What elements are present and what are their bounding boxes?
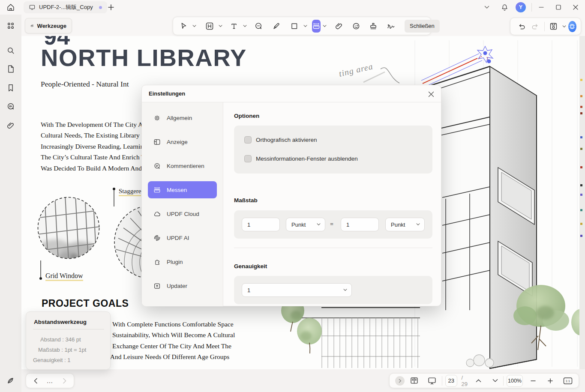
precision-select[interactable]: 1 [242, 283, 352, 297]
maximize-button[interactable] [550, 0, 567, 15]
reading-mode-button[interactable] [408, 374, 421, 388]
settings-nav-plugin[interactable]: Plugin [148, 253, 217, 270]
settings-nav-updater[interactable]: Updater [148, 277, 217, 294]
save-button[interactable] [547, 19, 560, 34]
signature-tool-button[interactable] [384, 19, 398, 33]
unsaved-dot [99, 6, 102, 9]
select-tool-button[interactable] [177, 19, 190, 33]
next-page-button[interactable] [490, 374, 500, 388]
tools-button[interactable]: Werkzeuge [25, 18, 72, 33]
chevron-right-icon [399, 379, 402, 383]
more-pages-button[interactable]: … [45, 374, 56, 388]
sidebar-ink-button[interactable] [6, 376, 15, 385]
comment-icon [153, 162, 161, 170]
heading-tool-dropdown[interactable] [216, 19, 225, 33]
highlighter-tool-button[interactable] [270, 19, 283, 33]
annotation-toolbar: Schließen [173, 17, 431, 35]
nav-label: Plugin [167, 259, 183, 265]
bookmark-icon [6, 83, 15, 93]
select-tool-dropdown[interactable] [190, 19, 198, 33]
nav-label: UPDF AI [167, 235, 189, 241]
scale-heading: Maßstab [234, 197, 258, 203]
document-tab[interactable]: UPDF-2-...辑版_Copy [24, 1, 107, 13]
settings-nav-updf-cloud[interactable]: UPDF Cloud [148, 205, 217, 222]
text-tool-dropdown[interactable] [241, 19, 249, 33]
avatar[interactable]: Y [516, 2, 526, 12]
actual-size-button[interactable]: 1:1 [561, 374, 575, 388]
attachment-tool-button[interactable] [332, 19, 346, 33]
dialog-close-button[interactable] [426, 90, 436, 99]
settings-dialog: Einstellungen Allgemein Anzeige Kommenti… [141, 85, 441, 306]
measure-tool-dropdown[interactable] [321, 19, 329, 33]
settings-nav-kommentieren[interactable]: Kommentieren [148, 157, 217, 174]
prev-button[interactable] [31, 374, 40, 388]
sidebar-attachments-button[interactable] [6, 121, 15, 130]
hide-measure-info-checkbox[interactable] [244, 155, 252, 162]
scale-left-unit-select[interactable]: Punkt [286, 218, 325, 231]
toolbar-separator [503, 376, 504, 386]
presentation-mode-button[interactable] [425, 374, 439, 388]
chevron-down-icon [317, 223, 321, 226]
stamp-tool-button[interactable] [366, 19, 380, 33]
book-icon [410, 376, 419, 385]
orthographic-checkbox[interactable] [244, 136, 252, 144]
scale-right-value-input[interactable]: 1 [341, 218, 379, 231]
chevron-down-icon [219, 25, 222, 27]
settings-nav-allgemein[interactable]: Allgemein [148, 109, 217, 126]
sidebar-app-grid-button[interactable] [6, 21, 15, 30]
zoom-level-input[interactable]: 100% [507, 375, 523, 387]
scale-left-unit-value: Punkt [291, 221, 306, 228]
comment-tool-button[interactable] [252, 19, 265, 33]
close-icon [573, 5, 578, 10]
sidebar-search-button[interactable] [6, 46, 15, 55]
page-number-input[interactable]: 23 [445, 375, 457, 387]
panel-divider [33, 329, 104, 329]
scale-left-value-input[interactable]: 1 [242, 218, 280, 231]
titlebar-dropdown-button[interactable] [479, 0, 495, 15]
previous-page-button[interactable] [474, 374, 483, 388]
shape-tool-button[interactable] [288, 19, 301, 33]
save-dropdown[interactable] [560, 19, 568, 34]
toolbar-separator [544, 22, 545, 31]
updf-ai-button[interactable] [568, 21, 576, 32]
measure-tool-button[interactable] [312, 20, 321, 33]
cloud-icon [153, 210, 161, 218]
redo-button[interactable] [528, 19, 542, 34]
plus-icon [108, 4, 114, 11]
sidebar-bookmark-button[interactable] [6, 83, 15, 93]
sidebar-comments-button[interactable] [6, 102, 15, 111]
scale-right-unit-select[interactable]: Punkt [385, 218, 425, 231]
text-tool-button[interactable] [227, 19, 241, 33]
goals-line: Exchange Center Of The City And Meet The [105, 341, 235, 351]
search-icon [6, 46, 15, 55]
updater-icon [153, 282, 161, 290]
minimize-button[interactable] [533, 0, 549, 15]
redo-icon [531, 22, 540, 31]
nav-label: Anzeige [167, 139, 188, 145]
close-window-button[interactable] [567, 0, 584, 15]
notifications-button[interactable] [496, 0, 513, 15]
chevron-down-icon [323, 25, 327, 27]
intro-line: Cultural Needs, The Existing Library Fa [41, 130, 148, 141]
sticker-tool-button[interactable] [349, 19, 363, 33]
zoom-out-button[interactable] [528, 374, 538, 388]
next-button[interactable] [60, 374, 69, 388]
close-tool-button[interactable]: Schließen [405, 20, 440, 33]
new-tab-button[interactable] [103, 0, 119, 15]
undo-button[interactable] [515, 19, 528, 34]
settings-nav-anzeige[interactable]: Anzeige [148, 133, 217, 150]
page-total-label: / 29 [458, 374, 473, 387]
expand-panel-button[interactable] [393, 374, 407, 388]
intro-line: The City’s Cultural Taste And Enrich T [41, 152, 148, 162]
shape-tool-dropdown[interactable] [301, 19, 309, 33]
settings-nav-updf-ai[interactable]: UPDF AI [148, 229, 217, 246]
sidebar-pages-button[interactable] [6, 64, 15, 74]
home-button[interactable] [6, 3, 15, 12]
precision-value: 1 [247, 287, 250, 293]
options-heading: Optionen [234, 113, 259, 119]
chevron-down-icon [484, 6, 489, 9]
comment-list-icon [6, 102, 15, 111]
heading-tool-button[interactable] [203, 19, 216, 33]
zoom-in-button[interactable] [545, 374, 555, 388]
settings-nav-messen[interactable]: Messen [148, 181, 217, 198]
